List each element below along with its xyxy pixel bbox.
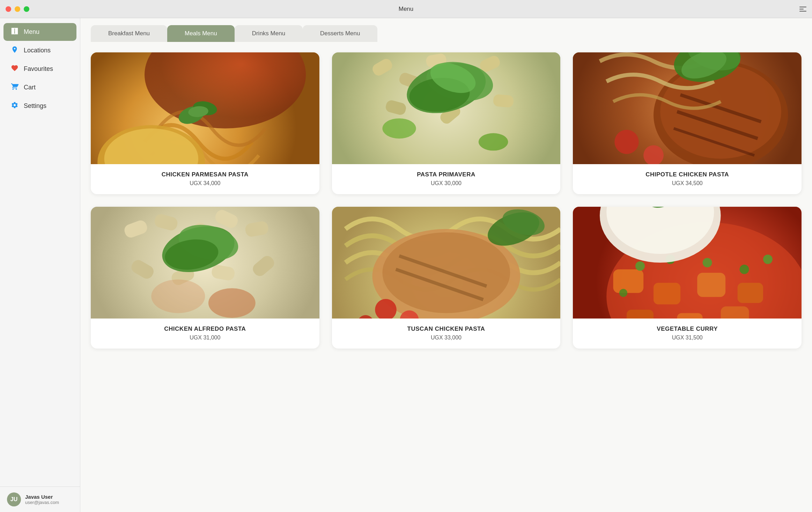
book-icon (10, 27, 19, 37)
sidebar-item-settings[interactable]: Settings (3, 97, 76, 115)
avatar: JU (7, 492, 21, 506)
minimize-button[interactable] (15, 6, 20, 12)
food-image-5 (332, 207, 561, 319)
heart-icon (10, 64, 19, 74)
location-icon (10, 46, 19, 55)
title-bar: Menu (0, 0, 812, 18)
traffic-lights (6, 6, 29, 12)
tab-drinks[interactable]: Drinks Menu (235, 25, 303, 42)
menu-card-4-info: CHICKEN ALFREDO PASTA UGX 31,000 (91, 319, 319, 349)
toggle-line-1 (799, 7, 806, 7)
svg-point-64 (635, 261, 645, 271)
tabs-container: Breakfast Menu Meals Menu Drinks Menu De… (80, 18, 812, 42)
sidebar-nav: Menu Locations Favourites (0, 18, 80, 487)
menu-card-1[interactable]: CHICKEN PARMESAN PASTA UGX 34,000 (91, 52, 319, 194)
svg-rect-62 (677, 313, 703, 319)
menu-grid-container[interactable]: CHICKEN PARMESAN PASTA UGX 34,000 (80, 42, 812, 512)
menu-card-6[interactable]: VEGETABLE CURRY UGX 31,500 (573, 207, 802, 349)
menu-card-1-info: CHICKEN PARMESAN PASTA UGX 34,000 (91, 164, 319, 194)
menu-card-3-title: CHIPOTLE CHICKEN PASTA (580, 171, 795, 178)
svg-rect-60 (738, 283, 763, 303)
sidebar-menu-label: Menu (24, 28, 39, 36)
sidebar: Menu Locations Favourites (0, 18, 80, 512)
maximize-button[interactable] (24, 6, 29, 12)
food-image-1 (91, 52, 319, 164)
sidebar-cart-label: Cart (24, 84, 36, 91)
menu-grid: CHICKEN PARMESAN PASTA UGX 34,000 (91, 52, 802, 349)
menu-card-4[interactable]: CHICKEN ALFREDO PASTA UGX 31,000 (91, 207, 319, 349)
user-name: Javas User (25, 494, 59, 500)
menu-card-6-price: UGX 31,500 (580, 335, 795, 341)
menu-card-6-title: VEGETABLE CURRY (580, 326, 795, 332)
menu-card-1-price: UGX 34,000 (98, 180, 312, 186)
food-image-6 (573, 207, 802, 319)
menu-card-2-title: PASTA PRIMAVERA (339, 171, 554, 178)
food-image-2 (332, 52, 561, 164)
svg-point-68 (763, 255, 773, 264)
food-image-3 (573, 52, 802, 164)
sidebar-item-locations[interactable]: Locations (3, 42, 76, 59)
menu-card-2[interactable]: PASTA PRIMAVERA UGX 30,000 (332, 52, 561, 194)
tab-meals[interactable]: Meals Menu (167, 25, 235, 42)
tab-desserts[interactable]: Desserts Menu (303, 25, 377, 42)
menu-card-5-title: TUSCAN CHICKEN PASTA (339, 326, 554, 332)
sidebar-item-favourites[interactable]: Favourites (3, 60, 76, 78)
svg-rect-1 (15, 28, 17, 34)
menu-card-4-price: UGX 31,000 (98, 335, 312, 341)
svg-rect-58 (654, 283, 680, 305)
gear-icon (10, 101, 19, 111)
svg-point-69 (619, 289, 627, 297)
svg-rect-57 (613, 269, 644, 293)
window-title: Menu (399, 6, 414, 13)
main-content: Breakfast Menu Meals Menu Drinks Menu De… (80, 18, 812, 512)
svg-rect-0 (12, 28, 14, 34)
svg-point-42 (151, 279, 205, 313)
sidebar-locations-label: Locations (24, 47, 51, 54)
close-button[interactable] (6, 6, 11, 12)
menu-card-2-price: UGX 30,000 (339, 180, 554, 186)
menu-card-4-title: CHICKEN ALFREDO PASTA (98, 326, 312, 332)
menu-card-1-title: CHICKEN PARMESAN PASTA (98, 171, 312, 178)
menu-card-5[interactable]: TUSCAN CHICKEN PASTA UGX 33,000 (332, 207, 561, 349)
toggle-line-2 (799, 9, 804, 9)
menu-card-3[interactable]: CHIPOTLE CHICKEN PASTA UGX 34,500 (573, 52, 802, 194)
svg-point-66 (703, 258, 712, 268)
menu-card-6-info: VEGETABLE CURRY UGX 31,500 (573, 319, 802, 349)
sidebar-settings-label: Settings (24, 102, 46, 110)
menu-card-5-price: UGX 33,000 (339, 335, 554, 341)
food-image-4 (91, 207, 319, 319)
svg-point-22 (382, 118, 416, 139)
sidebar-footer: JU Javas User user@javas.com (0, 487, 80, 512)
svg-rect-61 (627, 310, 654, 319)
menu-card-2-info: PASTA PRIMAVERA UGX 30,000 (332, 164, 561, 194)
user-info: Javas User user@javas.com (25, 494, 59, 505)
app-container: Menu Locations Favourites (0, 18, 812, 512)
sidebar-item-cart[interactable]: Cart (3, 79, 76, 96)
tab-breakfast[interactable]: Breakfast Menu (91, 25, 167, 42)
avatar-initials: JU (10, 496, 17, 503)
menu-card-3-price: UGX 34,500 (580, 180, 795, 186)
menu-card-3-info: CHIPOTLE CHICKEN PASTA UGX 34,500 (573, 164, 802, 194)
svg-point-67 (740, 265, 749, 274)
svg-rect-17 (493, 94, 514, 108)
sidebar-favourites-label: Favourites (24, 65, 53, 73)
titlebar-right (799, 7, 806, 12)
svg-rect-63 (721, 306, 749, 319)
sidebar-item-menu[interactable]: Menu (3, 23, 76, 41)
svg-point-43 (208, 288, 256, 318)
svg-rect-59 (697, 273, 726, 297)
svg-point-23 (478, 133, 508, 151)
toggle-line-3 (799, 11, 806, 12)
menu-card-5-info: TUSCAN CHICKEN PASTA UGX 33,000 (332, 319, 561, 349)
sidebar-toggle-button[interactable] (799, 7, 806, 12)
svg-point-27 (615, 130, 639, 154)
user-email: user@javas.com (25, 500, 59, 505)
cart-icon (10, 83, 19, 92)
